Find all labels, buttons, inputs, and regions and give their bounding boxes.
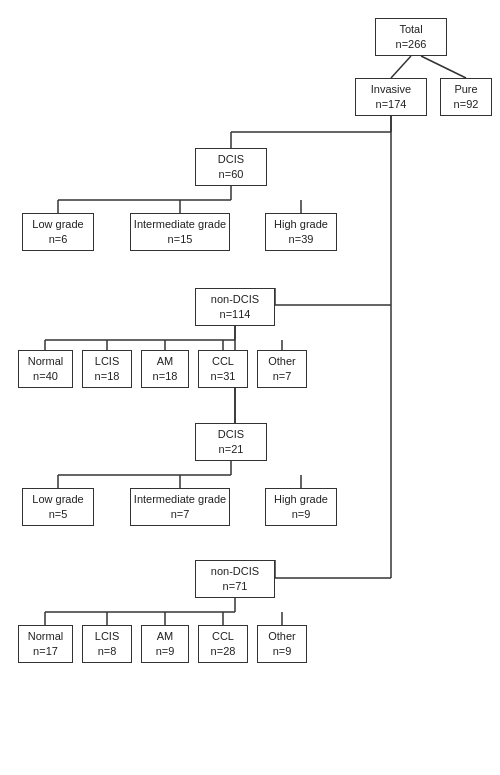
node-label-invasive: Invasive [371, 82, 411, 97]
node-pure: Puren=92 [440, 78, 492, 116]
node-label-highgrade1: High grade [274, 217, 328, 232]
node-label-lowgrade2: Low grade [32, 492, 83, 507]
node-value-dcis1: n=60 [219, 167, 244, 182]
node-value-total: n=266 [396, 37, 427, 52]
node-label-other2: Other [268, 629, 296, 644]
node-value-other2: n=9 [273, 644, 292, 659]
svg-line-0 [391, 56, 411, 78]
node-highgrade1: High graden=39 [265, 213, 337, 251]
node-intgrade1: Intermediate graden=15 [130, 213, 230, 251]
node-label-am2: AM [157, 629, 174, 644]
node-label-lcis1: LCIS [95, 354, 119, 369]
node-value-pure: n=92 [454, 97, 479, 112]
node-value-highgrade1: n=39 [289, 232, 314, 247]
node-value-ccl2: n=28 [211, 644, 236, 659]
node-value-lowgrade2: n=5 [49, 507, 68, 522]
node-lowgrade1: Low graden=6 [22, 213, 94, 251]
node-value-nondcis1: n=114 [220, 307, 251, 322]
node-am1: AMn=18 [141, 350, 189, 388]
node-value-normal1: n=40 [33, 369, 58, 384]
node-value-highgrade2: n=9 [292, 507, 311, 522]
node-value-nondcis2: n=71 [223, 579, 248, 594]
node-ccl2: CCLn=28 [198, 625, 248, 663]
node-value-invasive: n=174 [376, 97, 407, 112]
node-dcis2: DCISn=21 [195, 423, 267, 461]
node-lcis2: LCISn=8 [82, 625, 132, 663]
node-value-intgrade2: n=7 [171, 507, 190, 522]
node-normal2: Normaln=17 [18, 625, 73, 663]
node-am2: AMn=9 [141, 625, 189, 663]
node-value-am2: n=9 [156, 644, 175, 659]
node-nondcis1: non-DCISn=114 [195, 288, 275, 326]
node-label-highgrade2: High grade [274, 492, 328, 507]
node-ccl1: CCLn=31 [198, 350, 248, 388]
node-dcis1: DCISn=60 [195, 148, 267, 186]
node-label-nondcis2: non-DCIS [211, 564, 259, 579]
node-value-lcis1: n=18 [95, 369, 120, 384]
node-invasive: Invasiven=174 [355, 78, 427, 116]
node-label-ccl1: CCL [212, 354, 234, 369]
node-label-lcis2: LCIS [95, 629, 119, 644]
node-other1: Othern=7 [257, 350, 307, 388]
node-label-ccl2: CCL [212, 629, 234, 644]
svg-line-1 [421, 56, 466, 78]
node-label-am1: AM [157, 354, 174, 369]
node-label-lowgrade1: Low grade [32, 217, 83, 232]
node-lcis1: LCISn=18 [82, 350, 132, 388]
node-nondcis2: non-DCISn=71 [195, 560, 275, 598]
node-label-pure: Pure [454, 82, 477, 97]
node-value-ccl1: n=31 [211, 369, 236, 384]
node-label-dcis2: DCIS [218, 427, 244, 442]
node-total: Totaln=266 [375, 18, 447, 56]
node-label-other1: Other [268, 354, 296, 369]
node-label-intgrade1: Intermediate grade [134, 217, 226, 232]
node-value-dcis2: n=21 [219, 442, 244, 457]
node-other2: Othern=9 [257, 625, 307, 663]
node-label-nondcis1: non-DCIS [211, 292, 259, 307]
node-label-intgrade2: Intermediate grade [134, 492, 226, 507]
node-normal1: Normaln=40 [18, 350, 73, 388]
node-label-normal1: Normal [28, 354, 63, 369]
node-label-total: Total [399, 22, 422, 37]
node-highgrade2: High graden=9 [265, 488, 337, 526]
node-label-normal2: Normal [28, 629, 63, 644]
node-intgrade2: Intermediate graden=7 [130, 488, 230, 526]
diagram: Totaln=266Invasiven=174Puren=92DCISn=60L… [0, 0, 500, 775]
node-lowgrade2: Low graden=5 [22, 488, 94, 526]
node-value-intgrade1: n=15 [168, 232, 193, 247]
node-value-other1: n=7 [273, 369, 292, 384]
node-value-lowgrade1: n=6 [49, 232, 68, 247]
node-value-normal2: n=17 [33, 644, 58, 659]
connector-lines [0, 0, 500, 775]
node-label-dcis1: DCIS [218, 152, 244, 167]
node-value-lcis2: n=8 [98, 644, 117, 659]
node-value-am1: n=18 [153, 369, 178, 384]
